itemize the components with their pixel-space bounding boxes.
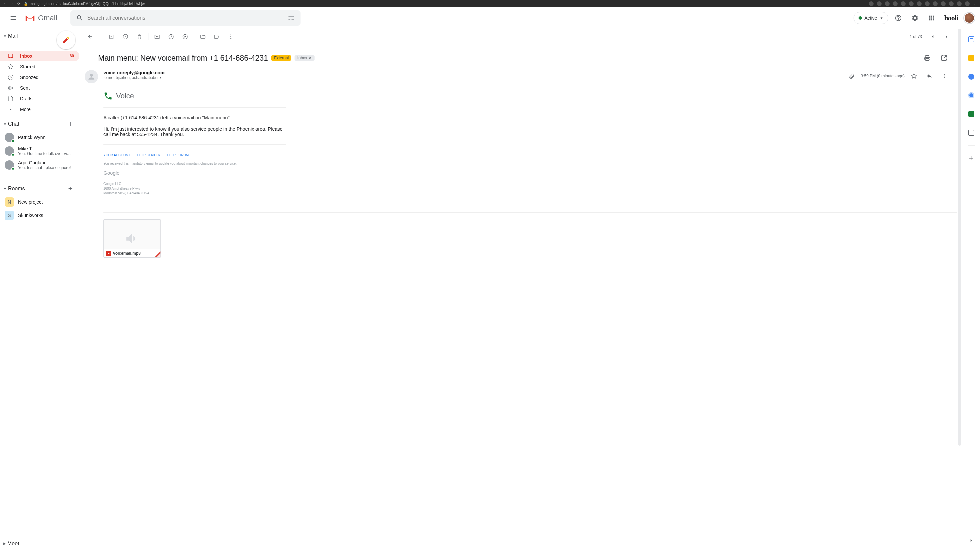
delete-button[interactable] xyxy=(133,30,146,43)
gmail-logo[interactable]: Gmail xyxy=(25,14,57,22)
section-title: Mail xyxy=(8,33,18,39)
sidebar-item-snoozed[interactable]: Snoozed xyxy=(0,72,80,82)
contacts-icon xyxy=(968,92,974,98)
room-item[interactable]: N New project xyxy=(0,195,80,209)
contacts-addon[interactable] xyxy=(965,89,977,101)
nav-label: More xyxy=(20,107,31,112)
chat-item[interactable]: Arpit Guglani You: test chat - please ig… xyxy=(0,158,80,172)
open-in-new-button[interactable] xyxy=(937,51,951,65)
recipients-summary[interactable]: to me, bjcohen, achandrababu ▼ xyxy=(103,75,164,80)
extension-icon[interactable] xyxy=(893,2,897,6)
extension-icon[interactable] xyxy=(869,2,873,6)
back-button[interactable] xyxy=(83,30,97,43)
support-button[interactable] xyxy=(892,11,905,25)
archive-button[interactable] xyxy=(105,30,118,43)
extension-icon[interactable] xyxy=(933,2,938,6)
browser-back-icon[interactable]: ← xyxy=(3,2,7,6)
section-rooms[interactable]: ▼ Rooms + xyxy=(0,182,80,195)
report-spam-button[interactable] xyxy=(119,30,132,43)
attachment-card[interactable]: voicemail.mp3 xyxy=(103,219,161,258)
remove-label-icon[interactable]: ✕ xyxy=(309,55,312,60)
help-forum-link[interactable]: HELP FORUM xyxy=(167,153,188,157)
new-room-button[interactable]: + xyxy=(65,184,75,194)
search-bar[interactable] xyxy=(70,10,301,26)
svg-point-5 xyxy=(944,74,945,74)
help-center-link[interactable]: HELP CENTER xyxy=(137,153,161,157)
room-avatar: N xyxy=(5,197,14,207)
chat-item[interactable]: Mike T You: Got time to talk over vid... xyxy=(0,144,80,158)
keep-addon[interactable] xyxy=(965,52,977,64)
sidebar-item-drafts[interactable]: Drafts xyxy=(0,94,80,104)
svg-point-6 xyxy=(944,76,945,76)
inbox-chip[interactable]: Inbox ✕ xyxy=(294,55,314,61)
audio-file-icon xyxy=(106,250,111,256)
room-item[interactable]: S Skunkworks xyxy=(0,209,80,222)
section-meet[interactable]: ▶ Meet xyxy=(0,537,80,550)
scrollbar[interactable] xyxy=(958,29,961,446)
add-to-tasks-button[interactable] xyxy=(178,30,192,43)
more-button[interactable] xyxy=(224,30,237,43)
google-voice-icon xyxy=(103,91,113,101)
sidebar-item-inbox[interactable]: Inbox 60 xyxy=(0,51,80,61)
labels-button[interactable] xyxy=(210,30,223,43)
extension-icon[interactable] xyxy=(917,2,922,6)
gmail-icon xyxy=(25,14,35,22)
sender-email[interactable]: voice-noreply@google.com xyxy=(103,70,164,75)
extension-icon[interactable] xyxy=(909,2,914,6)
sidebar-item-more[interactable]: More xyxy=(0,104,80,115)
get-addons-button[interactable]: + xyxy=(965,152,977,164)
extension-icon[interactable] xyxy=(877,2,881,6)
browser-reload-icon[interactable]: ⟳ xyxy=(18,2,20,6)
compose-button[interactable] xyxy=(57,31,75,49)
account-avatar[interactable] xyxy=(964,13,975,23)
extension-icon[interactable] xyxy=(901,2,905,6)
extension-icon[interactable] xyxy=(949,2,954,6)
attachment-icon[interactable] xyxy=(846,70,858,82)
addon[interactable] xyxy=(965,127,977,139)
extension-icon[interactable] xyxy=(941,2,946,6)
room-avatar: S xyxy=(5,211,14,220)
snooze-button[interactable] xyxy=(164,30,178,43)
main-menu-button[interactable] xyxy=(5,10,21,26)
search-input[interactable] xyxy=(87,15,284,21)
message-more-button[interactable] xyxy=(939,70,951,82)
extension-icon[interactable] xyxy=(957,2,962,6)
move-to-button[interactable] xyxy=(196,30,210,43)
collapse-panel-button[interactable] xyxy=(965,535,977,547)
file-icon xyxy=(7,95,14,102)
browser-forward-icon[interactable]: → xyxy=(10,2,14,6)
sender-avatar[interactable] xyxy=(85,70,98,83)
browser-chrome: ← → ⟳ 🔒 mail.google.com/mail/u/0/#inbox/… xyxy=(0,0,980,7)
search-options-icon[interactable] xyxy=(284,11,299,25)
chat-name: Patrick Wynn xyxy=(18,135,45,140)
settings-button[interactable] xyxy=(908,11,922,25)
new-chat-button[interactable]: + xyxy=(65,119,75,129)
reply-button[interactable] xyxy=(923,70,935,82)
sidebar-item-sent[interactable]: Sent xyxy=(0,82,80,94)
your-account-link[interactable]: YOUR ACCOUNT xyxy=(103,153,130,157)
tasks-addon[interactable] xyxy=(965,71,977,82)
extension-icon[interactable] xyxy=(925,2,930,6)
print-button[interactable] xyxy=(921,51,934,65)
sidebar-item-starred[interactable]: Starred xyxy=(0,61,80,72)
extension-icon[interactable] xyxy=(885,2,889,6)
section-chat[interactable]: ▼ Chat + xyxy=(0,117,80,131)
plus-icon: + xyxy=(969,154,973,163)
newer-button[interactable] xyxy=(926,30,939,43)
star-button[interactable] xyxy=(908,70,920,82)
nav-label: Starred xyxy=(20,64,35,69)
nav-label: Sent xyxy=(20,86,30,91)
apps-button[interactable] xyxy=(925,11,938,25)
older-button[interactable] xyxy=(940,30,953,43)
voice-addon[interactable] xyxy=(965,108,977,120)
calendar-addon[interactable] xyxy=(965,33,977,45)
browser-url[interactable]: mail.google.com/mail/u/0/#inbox/FMfcgzGl… xyxy=(30,2,145,6)
chat-item[interactable]: Patrick Wynn xyxy=(0,131,80,144)
mark-unread-button[interactable] xyxy=(150,30,164,43)
chat-preview: You: Got time to talk over vid... xyxy=(18,151,72,156)
search-icon[interactable] xyxy=(72,11,87,25)
browser-profile-icon[interactable] xyxy=(965,2,970,6)
status-chip[interactable]: Active ▼ xyxy=(854,12,888,24)
nav-label: Drafts xyxy=(20,96,32,101)
browser-menu-icon[interactable]: ⋮ xyxy=(973,2,977,6)
